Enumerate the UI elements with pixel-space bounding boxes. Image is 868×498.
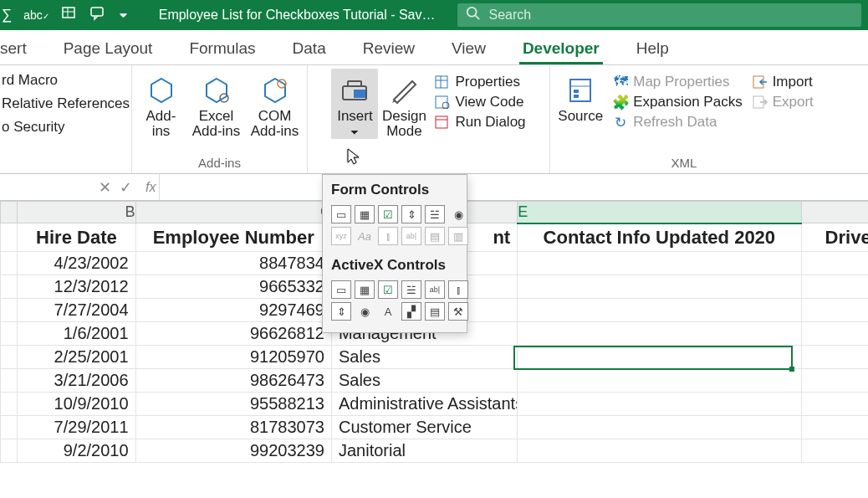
form-combo2-icon[interactable]: ▤ — [425, 227, 445, 245]
addins-lbl-a: Add- — [146, 108, 176, 124]
refresh-icon: ↻ — [613, 115, 628, 130]
tab-page-layout[interactable]: Page Layout — [60, 39, 156, 64]
svg-rect-21 — [570, 80, 590, 101]
qat-customize-icon[interactable]: ⏷ — [118, 9, 129, 22]
source-button[interactable]: Source — [554, 69, 606, 131]
insert-control-button[interactable]: Insert⏷ — [331, 69, 378, 139]
ax-checkbox-icon[interactable]: ☑ — [378, 280, 398, 299]
tab-help[interactable]: Help — [633, 39, 672, 64]
expansion-packs-button[interactable]: 🧩 Expansion Packs — [613, 94, 742, 110]
autosum-icon[interactable]: ∑ — [2, 7, 12, 23]
table-row[interactable]: 10/9/201095588213Administrative Assistan… — [1, 393, 869, 416]
colhdr-F[interactable] — [801, 202, 868, 223]
refresh-data-button[interactable]: ↻ Refresh Data — [613, 114, 742, 131]
cell-date: 1/6/2001 — [18, 322, 135, 346]
table-row[interactable]: 7/29/201181783073Customer Service — [1, 416, 869, 439]
insert-label: Insert — [337, 108, 373, 124]
ax-toggle-icon[interactable]: ▤ — [425, 302, 445, 321]
tab-formulas[interactable]: Formulas — [186, 39, 258, 64]
addins-button[interactable]: Add-ins — [134, 69, 189, 139]
svg-rect-12 — [348, 81, 361, 86]
svg-marker-9 — [265, 79, 285, 102]
properties-button[interactable]: Properties — [435, 74, 525, 90]
ax-option-icon[interactable]: ◉ — [355, 302, 375, 321]
view-code-label: View Code — [455, 94, 523, 110]
form-button-icon[interactable]: ▭ — [331, 205, 351, 223]
form-checkbox-icon[interactable]: ☑ — [378, 205, 398, 223]
tab-data[interactable]: Data — [289, 39, 329, 64]
macro-security-item[interactable]: o Security — [0, 116, 131, 139]
view-code-icon — [435, 95, 450, 110]
cell-dept: Sales — [331, 346, 517, 369]
design-mode-icon — [387, 74, 421, 107]
colhdr-B[interactable]: B — [18, 202, 135, 223]
cell-dept: Administrative Assistants — [331, 393, 517, 416]
relative-references-item[interactable]: Relative References — [0, 92, 131, 116]
formula-input[interactable] — [159, 174, 868, 200]
form-option-icon[interactable]: ◉ — [448, 205, 468, 223]
form-label-icon[interactable]: Aa — [355, 227, 375, 245]
view-code-button[interactable]: View Code — [435, 94, 525, 110]
svg-rect-14 — [436, 76, 447, 88]
colhdr-E[interactable]: E — [518, 202, 801, 223]
com-addins-lbl-b: Add-ins — [251, 123, 299, 139]
search-box[interactable] — [457, 3, 861, 27]
form-listbox-icon[interactable]: ☱ — [425, 205, 445, 223]
form-combo-icon[interactable]: ▦ — [355, 205, 375, 223]
design-lbl-b: Mode — [386, 123, 422, 139]
colhdr-A[interactable] — [1, 202, 18, 223]
ax-more-icon[interactable]: ⚒ — [448, 302, 468, 321]
run-dialog-button[interactable]: Run Dialog — [435, 114, 525, 131]
table-row[interactable]: 2/25/200191205970Sales — [1, 346, 869, 369]
run-dialog-icon — [435, 115, 450, 130]
form-groupbox-icon[interactable]: xyz — [331, 227, 351, 245]
spellcheck-icon[interactable]: abc✓ — [23, 8, 49, 22]
header-hire-date: Hire Date — [18, 223, 135, 252]
confirm-entry-icon[interactable]: ✓ — [120, 178, 132, 197]
chevron-down-icon: ⏷ — [350, 126, 360, 138]
ribbon-group-code: rd Macro Relative References o Security — [0, 65, 132, 173]
ax-scrollbar-icon[interactable]: ⫿ — [448, 280, 468, 299]
cell-num: 95588213 — [135, 393, 331, 416]
groupby-icon[interactable] — [61, 6, 78, 25]
svg-rect-23 — [574, 90, 579, 93]
export-button[interactable]: Export — [753, 94, 814, 110]
tab-view[interactable]: View — [448, 39, 489, 64]
comment-icon[interactable] — [89, 6, 106, 25]
import-button[interactable]: Import — [753, 74, 814, 90]
form-spinner-icon[interactable]: ⇕ — [401, 205, 421, 223]
properties-icon — [435, 74, 450, 90]
form-controls-header: Form Controls — [323, 175, 467, 203]
table-row[interactable]: 3/21/200698626473Sales — [1, 369, 869, 393]
addins-icon — [145, 74, 178, 107]
form-textfield-icon[interactable]: ab| — [401, 227, 421, 245]
record-macro-item[interactable]: rd Macro — [0, 69, 131, 92]
ax-listbox-icon[interactable]: ☱ — [401, 280, 421, 299]
relative-references-label: Relative References — [2, 95, 130, 112]
tab-developer[interactable]: Developer — [519, 39, 603, 64]
ax-label-icon[interactable]: A — [378, 302, 398, 321]
design-mode-button[interactable]: DesignMode — [378, 69, 430, 139]
macro-security-label: o Security — [2, 119, 65, 136]
cell-date: 7/27/2004 — [18, 299, 135, 322]
cell-date: 12/3/2012 — [18, 275, 135, 299]
map-properties-button[interactable]: 🗺 Map Properties — [613, 74, 742, 90]
search-input[interactable] — [489, 8, 656, 23]
tab-review[interactable]: Review — [360, 39, 418, 64]
table-row[interactable]: 9/2/201099203239Janitorial — [1, 439, 869, 463]
ax-combo-icon[interactable]: ▦ — [355, 280, 375, 299]
ax-image-icon[interactable]: ▞ — [401, 302, 421, 321]
ax-button-icon[interactable]: ▭ — [331, 280, 351, 299]
excel-addins-button[interactable]: ExcelAdd-ins — [189, 69, 244, 139]
tab-insert-cut[interactable]: sert — [0, 39, 30, 64]
refresh-data-label: Refresh Data — [633, 114, 717, 131]
ax-spin-icon[interactable]: ⇕ — [331, 302, 351, 321]
excel-addins-icon — [200, 74, 233, 107]
com-addins-button[interactable]: COMAdd-ins — [244, 69, 306, 139]
colhdr-C[interactable]: C — [135, 202, 331, 223]
fx-icon[interactable]: fx — [146, 180, 156, 195]
ax-textbox-icon[interactable]: ab| — [425, 280, 445, 299]
form-combo3-icon[interactable]: ▥ — [448, 227, 468, 245]
form-scrollbar-icon[interactable]: ⫿ — [378, 227, 398, 245]
cancel-entry-icon[interactable]: ✕ — [99, 178, 111, 197]
